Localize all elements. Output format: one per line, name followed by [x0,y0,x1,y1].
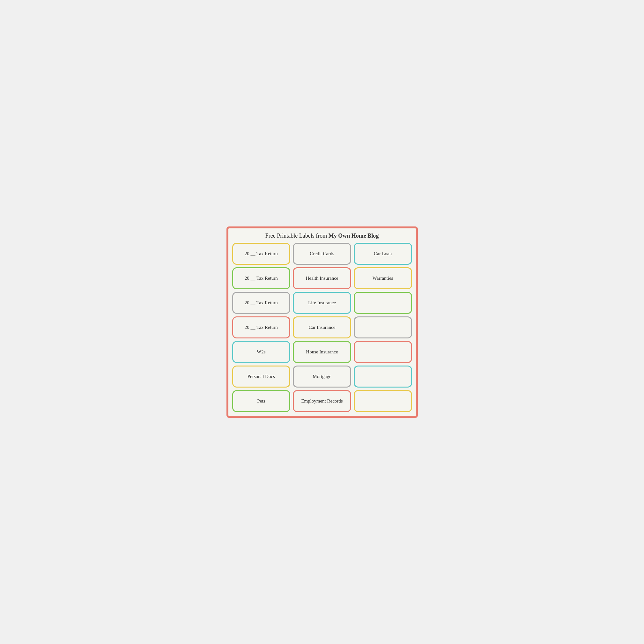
label-box-13: W2s [232,341,291,363]
label-box-8: Life Insurance [293,292,351,314]
label-box-19: Pets [232,390,291,412]
label-box-14: House Insurance [293,341,351,363]
label-box-18 [354,366,412,388]
label-box-17: Mortgage [293,366,351,388]
label-box-5: Health Insurance [293,267,351,289]
label-box-11: Car Insurance [293,316,351,338]
page: Free Printable Labels from My Own Home B… [226,226,418,418]
label-box-21 [354,390,412,412]
label-box-3: Car Loan [354,243,412,265]
label-box-16: Personal Docs [232,366,291,388]
label-box-20: Employment Records [293,390,351,412]
label-box-4: 20 __ Tax Return [232,267,291,289]
label-box-9 [354,292,412,314]
label-grid: 20 __ Tax ReturnCredit CardsCar Loan20 _… [232,243,412,412]
label-box-1: 20 __ Tax Return [232,243,291,265]
label-box-6: Warranties [354,267,412,289]
title-part1: Free Printable Labels from [265,233,329,239]
label-box-12 [354,316,412,338]
label-box-7: 20 __ Tax Return [232,292,291,314]
label-box-2: Credit Cards [293,243,351,265]
page-title: Free Printable Labels from My Own Home B… [232,232,412,240]
label-box-15 [354,341,412,363]
label-box-10: 20 __ Tax Return [232,316,291,338]
title-part2: My Own Home Blog [329,233,379,239]
